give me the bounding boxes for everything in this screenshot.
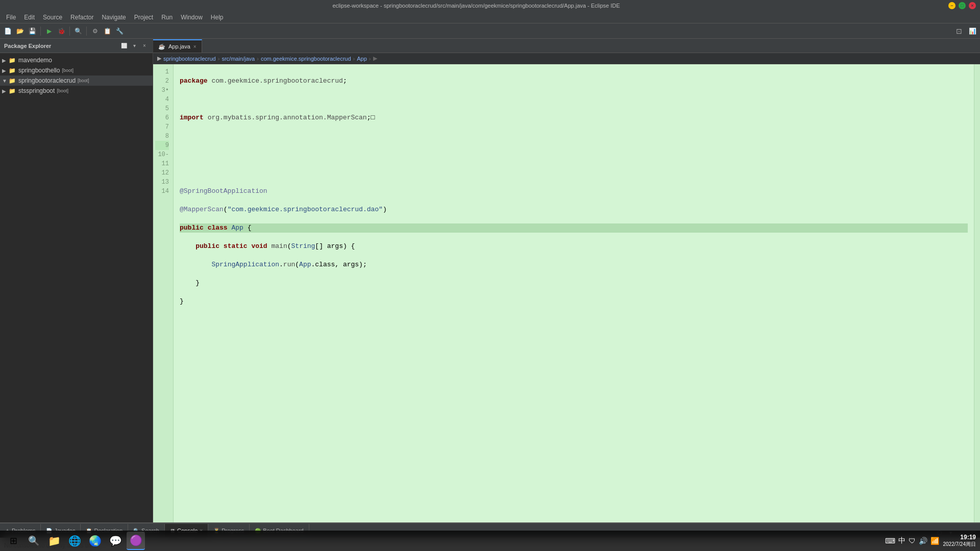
tree-label-springbootoraclecrud: springbootoraclecrud	[18, 77, 76, 84]
pe-menu-icon[interactable]: ▾	[130, 42, 138, 50]
code-line-6	[180, 168, 968, 178]
pe-collapse-icon[interactable]: ⬜	[120, 42, 128, 50]
tray-network-icon[interactable]: 📶	[930, 537, 939, 545]
taskbar-search[interactable]: 🔍	[24, 532, 43, 550]
debug-button[interactable]: 🐞	[56, 26, 67, 37]
menu-window[interactable]: Window	[177, 13, 207, 22]
perspective-button[interactable]: ⊡	[953, 26, 965, 37]
taskbar-right: ⌨ 中 🛡 🔊 📶 19:19 2022/7/24周日	[885, 534, 976, 548]
code-line-7: @SpringBootApplication	[180, 187, 968, 196]
taskbar-chrome1[interactable]: 🌐	[65, 532, 84, 550]
tree-label-stsspringboot: stsspringboot	[18, 87, 55, 94]
code-line-2	[180, 95, 968, 104]
code-line-12: }	[180, 279, 968, 288]
tray-keyboard-icon[interactable]: ⌨	[885, 537, 895, 545]
menu-run[interactable]: Run	[157, 13, 177, 22]
start-button[interactable]: ⊞	[4, 532, 22, 550]
tray-antivirus-icon[interactable]: 🛡	[909, 537, 916, 545]
line-num-3: 3•	[155, 86, 169, 95]
project-icon-springboothello: 📁	[8, 66, 16, 74]
menu-navigate[interactable]: Navigate	[97, 13, 130, 22]
taskbar: ⊞ 🔍 📁 🌐 🌏 💬 🟣 ⌨ 中 🛡 🔊 📶 19:19 2022/7/24周…	[0, 531, 980, 551]
tree-item-stsspringboot[interactable]: ▶ 📁 stsspringboot [boot]	[0, 86, 153, 96]
breadcrumb-arrow: ▶	[373, 55, 377, 62]
tree-arrow-springboothello: ▶	[2, 68, 8, 73]
tab-close-appjava[interactable]: ×	[193, 44, 197, 49]
toolbar-btn-1[interactable]: ⚙	[89, 26, 101, 37]
save-button[interactable]: 💾	[27, 26, 38, 37]
editor-area: ☕ App.java × ▶ springbootoraclecrud › sr…	[153, 39, 980, 522]
menu-source[interactable]: Source	[39, 13, 66, 22]
taskbar-files[interactable]: 📁	[45, 532, 63, 550]
open-button[interactable]: 📂	[14, 26, 26, 37]
taskbar-wechat[interactable]: 💬	[106, 532, 125, 550]
tree-item-springbootoraclecrud[interactable]: ▼ 📁 springbootoraclecrud [boot]	[0, 76, 153, 86]
tab-appjava[interactable]: ☕ App.java ×	[153, 39, 202, 53]
clock-date: 2022/7/24周日	[943, 541, 976, 548]
tree-item-springboothello[interactable]: ▶ 📁 springboothello [boot]	[0, 65, 153, 76]
code-editor[interactable]: 1 2 3• 4 5 6 7 8 9 10- 11 12 13 14 packa…	[153, 64, 980, 522]
clock[interactable]: 19:19 2022/7/24周日	[943, 534, 976, 548]
line-numbers: 1 2 3• 4 5 6 7 8 9 10- 11 12 13 14	[153, 64, 174, 522]
tray-volume-icon[interactable]: 🔊	[919, 537, 927, 545]
tray-chinese-icon[interactable]: 中	[898, 536, 905, 545]
maximize-button[interactable]: □	[959, 2, 966, 9]
package-explorer: Package Explorer ⬜ ▾ × ▶ 📁 mavendemo ▶ 📁…	[0, 39, 153, 522]
code-line-3: import org.mybatis.spring.annotation.Map…	[180, 113, 968, 122]
right-ruler	[974, 64, 980, 522]
tree-item-mavendemo[interactable]: ▶ 📁 mavendemo	[0, 55, 153, 65]
pe-close-icon[interactable]: ×	[140, 42, 149, 50]
project-icon-springbootoraclecrud: 📁	[8, 77, 16, 85]
line-num-9: 9	[155, 141, 169, 150]
taskbar-chrome2[interactable]: 🌏	[86, 532, 104, 550]
line-num-1: 1	[155, 67, 169, 77]
run-button[interactable]: ▶	[43, 26, 55, 37]
views-button[interactable]: 📊	[967, 26, 978, 37]
tree-badge-stsspringboot: [boot]	[57, 88, 68, 93]
line-num-8: 8	[155, 132, 169, 141]
line-num-14: 14	[155, 187, 169, 196]
taskbar-eclipse[interactable]: 🟣	[127, 532, 145, 550]
minimize-button[interactable]: −	[948, 2, 955, 9]
toolbar-btn-2[interactable]: 📋	[102, 26, 113, 37]
package-explorer-tree: ▶ 📁 mavendemo ▶ 📁 springboothello [boot]…	[0, 53, 153, 522]
pe-header-icons: ⬜ ▾ ×	[120, 42, 149, 50]
toolbar-separator-2	[69, 27, 70, 36]
close-button[interactable]: ×	[969, 2, 976, 9]
menu-edit[interactable]: Edit	[20, 13, 39, 22]
menu-file[interactable]: File	[2, 13, 20, 22]
new-button[interactable]: 📄	[2, 26, 13, 37]
breadcrumb-class[interactable]: App	[357, 56, 367, 62]
menu-help[interactable]: Help	[207, 13, 228, 22]
code-line-4	[180, 132, 968, 141]
line-num-10: 10-	[155, 150, 169, 159]
menu-project[interactable]: Project	[130, 13, 157, 22]
breadcrumb-project[interactable]: springbootoraclecrud	[163, 56, 216, 62]
toolbar-btn-3[interactable]: 🔧	[114, 26, 125, 37]
tree-badge-springbootoraclecrud: [boot]	[78, 78, 89, 83]
project-icon-stsspringboot: 📁	[8, 87, 16, 95]
line-num-2: 2	[155, 77, 169, 86]
breadcrumb: ▶ springbootoraclecrud › src/main/java ›…	[153, 53, 980, 64]
tab-icon-appjava: ☕	[158, 43, 165, 50]
code-content: 1 2 3• 4 5 6 7 8 9 10- 11 12 13 14 packa…	[153, 64, 980, 522]
tree-label-mavendemo: mavendemo	[18, 57, 52, 64]
search-toolbar-button[interactable]: 🔍	[72, 26, 84, 37]
code-line-9: public class App {	[180, 223, 968, 233]
line-num-12: 12	[155, 168, 169, 178]
menu-bar: File Edit Source Refactor Navigate Proje…	[0, 11, 980, 23]
line-num-7: 7	[155, 122, 169, 132]
code-line-5	[180, 150, 968, 159]
breadcrumb-srcmainjava[interactable]: src/main/java	[222, 56, 255, 62]
code-lines[interactable]: package com.geekmice.springbootoraclecru…	[174, 64, 974, 522]
tree-arrow-stsspringboot: ▶	[2, 88, 8, 94]
tab-bar: ☕ App.java ×	[153, 39, 980, 53]
menu-refactor[interactable]: Refactor	[66, 13, 97, 22]
toolbar-separator-3	[86, 27, 87, 36]
toolbar: 📄 📂 💾 ▶ 🐞 🔍 ⚙ 📋 🔧 ⊡ 📊	[0, 23, 980, 39]
line-num-13: 13	[155, 178, 169, 187]
window-title: eclipse-workspace - springbootoraclecrud…	[4, 3, 948, 9]
breadcrumb-icon: ▶	[157, 55, 161, 62]
code-line-11: SpringApplication.run(App.class, args);	[180, 260, 968, 269]
breadcrumb-package[interactable]: com.geekmice.springbootoraclecrud	[261, 56, 351, 62]
